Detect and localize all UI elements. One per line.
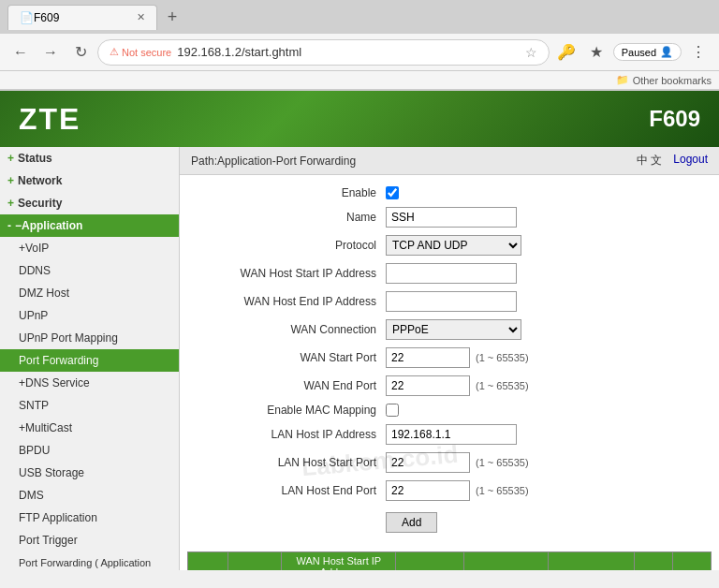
lan-start-port-row: LAN Host Start Port (1 ~ 65535): [198, 452, 700, 473]
lan-start-port-hint: (1 ~ 65535): [476, 457, 529, 468]
wan-end-ip-label: WAN Host End IP Address: [198, 295, 386, 308]
lan-end-port-input[interactable]: [386, 480, 470, 501]
wan-end-port-input[interactable]: [386, 375, 470, 396]
table-area: Enable Name WAN Host Start IP Address WA…: [187, 551, 712, 570]
tab-close-button[interactable]: ✕: [137, 11, 145, 23]
wan-start-port-input[interactable]: [386, 347, 470, 368]
protocol-select[interactable]: TCP AND UDP TCP UDP: [386, 235, 521, 256]
wan-end-port-hint: (1 ~ 65535): [476, 380, 529, 391]
zte-header: ZTE F609: [0, 91, 719, 147]
paused-button[interactable]: Paused 👤: [613, 43, 682, 61]
sidebar: Status Network Security −Application +Vo…: [0, 147, 180, 570]
enable-checkbox[interactable]: [386, 186, 399, 199]
sidebar-item-multicast[interactable]: +MultiCast: [0, 417, 179, 439]
protocol-row: Protocol TCP AND UDP TCP UDP: [198, 235, 700, 256]
other-bookmarks[interactable]: 📁 Other bookmarks: [616, 74, 712, 86]
wan-conn-row: WAN Connection PPPoE PPPoE2 IPoE: [198, 319, 700, 340]
logout-link[interactable]: Logout: [673, 153, 708, 169]
sidebar-item-port-trigger[interactable]: Port Trigger: [0, 529, 179, 551]
sidebar-item-status[interactable]: Status: [0, 147, 179, 169]
content-wrapper: Path:Application-Port Forwarding 中 文 Log…: [180, 147, 719, 570]
lan-end-port-label: LAN Host End Port: [198, 484, 386, 497]
forward-button[interactable]: →: [37, 39, 64, 66]
star-icon[interactable]: ★: [583, 39, 609, 66]
language-switcher[interactable]: 中 文: [637, 153, 662, 169]
sidebar-item-usb[interactable]: USB Storage: [0, 462, 179, 484]
tab-favicon: 📄: [20, 11, 34, 24]
enable-row: Enable: [198, 186, 700, 199]
name-label: Name: [198, 211, 386, 224]
sidebar-item-port-app-list[interactable]: Port Forwarding ( Application List ): [0, 551, 179, 570]
th-lan-start-port: LAN Host Start Port: [464, 552, 549, 571]
back-button[interactable]: ←: [7, 39, 34, 66]
sidebar-item-dns[interactable]: +DNS Service: [0, 372, 179, 394]
protocol-label: Protocol: [198, 239, 386, 252]
zte-model: F609: [649, 106, 700, 132]
wan-start-port-label: WAN Start Port: [198, 351, 386, 364]
wan-start-ip-input[interactable]: [386, 263, 517, 284]
tab-bar: 📄 F609 ✕ +: [0, 0, 719, 34]
path-right: 中 文 Logout: [637, 153, 708, 169]
new-tab-button[interactable]: +: [159, 4, 185, 30]
add-row: Add: [198, 508, 700, 533]
mac-mapping-row: Enable MAC Mapping: [198, 404, 700, 417]
th-name: Name: [228, 552, 282, 571]
active-tab[interactable]: 📄 F609 ✕: [7, 5, 157, 30]
sidebar-item-port-forwarding[interactable]: Port Forwarding: [0, 349, 179, 372]
wan-conn-select[interactable]: PPPoE PPPoE2 IPoE: [386, 319, 521, 340]
address-bar[interactable]: ⚠ Not secure 192.168.1.2/start.ghtml ☆: [97, 39, 550, 66]
sidebar-item-ddns[interactable]: DDNS: [0, 259, 179, 282]
wan-start-ip-label: WAN Host Start IP Address: [198, 267, 386, 280]
zte-logo: ZTE: [19, 102, 81, 137]
th-wan-conn: WAN Connection: [549, 552, 634, 571]
th-delete: Delete: [673, 552, 712, 571]
th-enable: Enable: [188, 552, 228, 571]
content-area: Path:Application-Port Forwarding 中 文 Log…: [180, 147, 719, 570]
th-modify: Modify: [634, 552, 672, 571]
path-bar: Path:Application-Port Forwarding 中 文 Log…: [180, 147, 719, 175]
add-button[interactable]: Add: [386, 512, 437, 533]
sidebar-item-dmz[interactable]: DMZ Host: [0, 282, 179, 304]
refresh-button[interactable]: ↻: [67, 39, 94, 66]
wan-conn-label: WAN Connection: [198, 323, 386, 336]
page-content: ZTE F609 Status Network Security −Applic…: [0, 91, 719, 570]
wan-start-port-row: WAN Start Port (1 ~ 65535): [198, 347, 700, 368]
table-header-row-1: Enable Name WAN Host Start IP Address WA…: [188, 552, 712, 571]
th-wan-host-start: WAN Host Start IP Address: [282, 552, 396, 571]
name-row: Name: [198, 207, 700, 228]
sidebar-item-ftp[interactable]: FTP Application: [0, 507, 179, 529]
sidebar-item-sntp[interactable]: SNTP: [0, 394, 179, 417]
lan-ip-row: LAN Host IP Address: [198, 424, 700, 445]
sidebar-item-application[interactable]: −Application: [0, 214, 179, 237]
mac-mapping-checkbox[interactable]: [386, 404, 399, 417]
tab-title: F609: [34, 11, 129, 24]
sidebar-item-upnp-port[interactable]: UPnP Port Mapping: [0, 327, 179, 349]
wan-end-port-label: WAN End Port: [198, 379, 386, 392]
lan-ip-label: LAN Host IP Address: [198, 428, 386, 441]
browser-toolbar: ← → ↻ ⚠ Not secure 192.168.1.2/start.ght…: [0, 34, 719, 71]
url-display: 192.168.1.2/start.ghtml: [177, 45, 519, 59]
th-wan-start-port: WAN Start Port: [396, 552, 464, 571]
sidebar-item-network[interactable]: Network: [0, 169, 179, 192]
sidebar-item-upnp[interactable]: UPnP: [0, 304, 179, 327]
sidebar-item-security[interactable]: Security: [0, 192, 179, 214]
toolbar-right: 🔑 ★ Paused 👤 ⋮: [553, 39, 712, 66]
sidebar-item-voip[interactable]: +VoIP: [0, 237, 179, 259]
main-layout: Status Network Security −Application +Vo…: [0, 147, 719, 570]
menu-button[interactable]: ⋮: [685, 39, 712, 66]
bookmark-star-icon[interactable]: ☆: [525, 45, 537, 60]
lan-end-port-row: LAN Host End Port (1 ~ 65535): [198, 480, 700, 501]
profile-icon: 👤: [660, 46, 673, 58]
lan-ip-input[interactable]: [386, 424, 517, 445]
mac-mapping-label: Enable MAC Mapping: [198, 404, 386, 417]
key-icon[interactable]: 🔑: [553, 39, 580, 66]
wan-end-ip-row: WAN Host End IP Address: [198, 291, 700, 312]
wan-end-ip-input[interactable]: [386, 291, 517, 312]
sidebar-item-bpdu[interactable]: BPDU: [0, 439, 179, 462]
sidebar-item-dms[interactable]: DMS: [0, 484, 179, 507]
path-text: Path:Application-Port Forwarding: [191, 154, 356, 168]
lan-start-port-input[interactable]: [386, 452, 470, 473]
wan-start-ip-row: WAN Host Start IP Address: [198, 263, 700, 284]
port-forwarding-table: Enable Name WAN Host Start IP Address WA…: [187, 551, 712, 570]
name-input[interactable]: [386, 207, 517, 228]
